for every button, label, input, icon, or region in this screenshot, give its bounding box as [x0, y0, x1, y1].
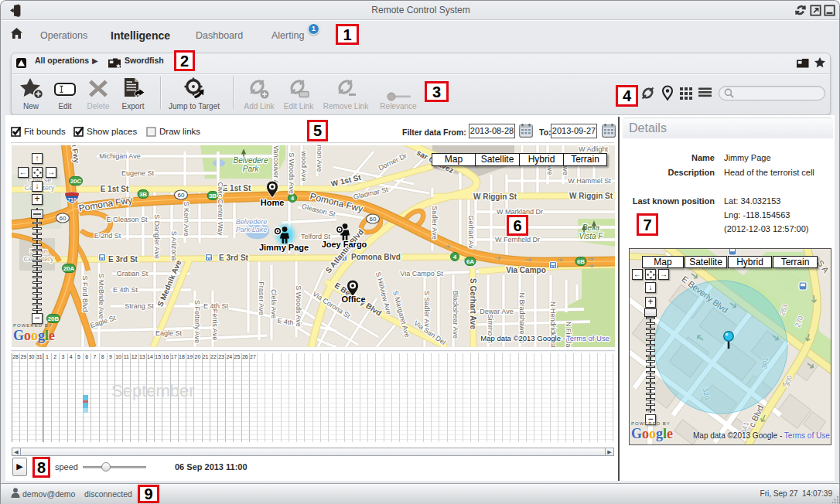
svg-text:Belvedere: Belvedere: [233, 156, 268, 165]
svg-text:S Ford Blvd: S Ford Blvd: [81, 275, 89, 312]
svg-text:20C: 20C: [70, 178, 82, 185]
svg-text:Via Campo St: Via Campo St: [400, 270, 443, 278]
svg-text:E 2nd St: E 2nd St: [94, 232, 121, 240]
svg-text:Map data ©2013 Google -: Map data ©2013 Google -: [480, 334, 565, 342]
svg-text:60: 60: [178, 192, 185, 199]
svg-text:W Riggin St: W Riggin St: [569, 192, 613, 200]
svg-text:Blackshear Ave: Blackshear Ave: [452, 291, 459, 339]
svg-text:Dewar Ave: Dewar Ave: [480, 308, 513, 315]
svg-text:3B: 3B: [209, 192, 217, 199]
svg-text:60: 60: [60, 215, 67, 222]
svg-text:Park: Park: [243, 165, 260, 173]
svg-text:Eagle St: Eagle St: [155, 329, 183, 337]
svg-text:3B: 3B: [139, 191, 147, 198]
svg-text:4: 4: [453, 254, 457, 261]
svg-text:E 1st St: E 1st St: [101, 185, 129, 193]
svg-text:S Dangler Ave: S Dangler Ave: [153, 214, 161, 258]
svg-text:Pomona Blvd: Pomona Blvd: [351, 253, 401, 261]
svg-text:mmon Ave: mmon Ave: [316, 145, 323, 172]
svg-text:Civic Center Way: Civic Center Way: [217, 182, 224, 236]
svg-text:Gerhart Av: Gerhart Av: [467, 216, 475, 249]
svg-text:S Gerhart Ave: S Gerhart Ave: [469, 278, 477, 329]
svg-text:6B: 6B: [577, 258, 585, 265]
svg-text:Office: Office: [341, 295, 365, 304]
svg-text:Belvedere: Belvedere: [236, 218, 268, 226]
svg-text:S Woods Ave: S Woods Ave: [288, 152, 295, 194]
svg-text:E 4th St: E 4th St: [113, 286, 138, 294]
svg-text:W Riggin St: W Riggin St: [473, 192, 517, 201]
svg-text:Strang St: Strang St: [125, 302, 154, 310]
svg-text:Jimmy Page: Jimmy Page: [259, 243, 309, 252]
svg-text:S Arizona: S Arizona: [170, 231, 178, 261]
svg-text:Fraser Ave: Fraser Ave: [258, 281, 265, 315]
svg-text:Clela Ave: Clela Ave: [270, 289, 278, 318]
svg-text:W Hammel St: W Hammel St: [568, 177, 611, 185]
svg-text:Via Campo: Via Campo: [506, 266, 546, 274]
svg-text:Terms of Use: Terms of Use: [566, 334, 610, 342]
svg-text:4: 4: [291, 195, 295, 202]
svg-text:Joey Fargo: Joey Fargo: [322, 240, 367, 249]
svg-text:E Gleason St: E Gleason St: [106, 216, 148, 223]
svg-text:60: 60: [370, 216, 377, 223]
svg-text:W Adlight: W Adlight: [579, 145, 609, 153]
svg-text:6A: 6A: [466, 258, 474, 265]
svg-text:Vista F: Vista F: [579, 232, 604, 240]
svg-text:E 1st St: E 1st St: [223, 184, 251, 192]
svg-text:W Fernfield Dr: W Fernfield Dr: [495, 236, 540, 243]
svg-text:20A: 20A: [63, 265, 75, 272]
svg-text:Gratian St: Gratian St: [117, 270, 149, 278]
svg-text:710: 710: [67, 197, 77, 203]
svg-text:S Fetterly Ave: S Fetterly Ave: [193, 300, 201, 343]
svg-text:wood Ave: wood Ave: [300, 151, 308, 182]
svg-text:Park Lake: Park Lake: [236, 226, 268, 233]
svg-text:E 3rd St: E 3rd St: [219, 254, 248, 262]
svg-text:Eugene St: Eugene St: [121, 169, 155, 177]
svg-text:Sadler Ave: Sadler Ave: [431, 206, 439, 239]
svg-text:S McBride Ave: S McBride Ave: [97, 274, 105, 319]
svg-text:Michigan Ave: Michigan Ave: [99, 152, 140, 160]
svg-text:S Woods Ave: S Woods Ave: [295, 285, 302, 327]
svg-text:S Kern Ave: S Kern Ave: [183, 202, 190, 237]
svg-text:Home: Home: [261, 198, 285, 207]
svg-text:Ferris Ave: Ferris Ave: [211, 309, 219, 340]
svg-text:E 3rd St: E 3rd St: [108, 255, 138, 264]
svg-text:20B: 20B: [48, 315, 60, 322]
